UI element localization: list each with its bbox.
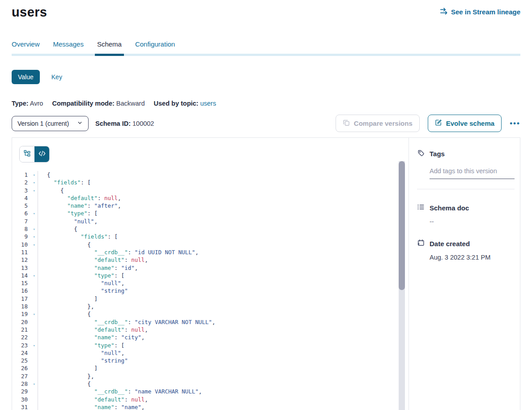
type-label: Type: bbox=[12, 100, 29, 107]
edit-icon bbox=[435, 119, 442, 128]
schema-sidebar: Tags Schema doc -- bbox=[409, 138, 520, 410]
line-number: 1▾ bbox=[12, 171, 38, 179]
tab-schema[interactable]: Schema bbox=[97, 40, 122, 54]
code-line: 23▾"type": [ bbox=[12, 342, 409, 349]
code-line: 26] bbox=[12, 364, 409, 372]
code-line: 19▾{ bbox=[12, 310, 409, 318]
code-line-text: "string" bbox=[38, 287, 128, 295]
code-line-text: "string" bbox=[38, 357, 128, 364]
schema-panel: 1▾{2▾"fields": [3▾{4"default": null,5"na… bbox=[12, 137, 520, 410]
editor-scrollbar-track[interactable] bbox=[399, 161, 405, 410]
code-line-text: "default": null, bbox=[38, 194, 121, 202]
code-line: 12"default": null, bbox=[12, 256, 409, 264]
fold-toggle-icon[interactable]: ▾ bbox=[33, 187, 35, 195]
line-number: 9▾ bbox=[12, 233, 38, 240]
code-line-text: ] bbox=[38, 364, 98, 372]
version-select[interactable]: Version 1 (current) bbox=[12, 116, 89, 131]
compatibility-value: Backward bbox=[116, 100, 145, 107]
add-tags-input[interactable] bbox=[430, 167, 515, 179]
evolve-schema-button[interactable]: Evolve schema bbox=[428, 115, 502, 132]
chevron-down-icon bbox=[77, 120, 83, 127]
code-line-text: "type": [ bbox=[38, 209, 98, 217]
fold-toggle-icon[interactable]: ▾ bbox=[33, 311, 35, 318]
fold-toggle-icon[interactable]: ▾ bbox=[33, 380, 35, 388]
code-line-text: "name": "city", bbox=[38, 333, 145, 341]
code-line-text: }, bbox=[38, 303, 94, 310]
view-mode-toggle bbox=[19, 146, 50, 162]
tab-messages[interactable]: Messages bbox=[53, 40, 84, 54]
code-view-icon bbox=[38, 150, 46, 158]
tab-bar: Overview Messages Schema Configuration bbox=[12, 40, 520, 56]
code-line: 22"name": "city", bbox=[12, 333, 409, 341]
tab-configuration[interactable]: Configuration bbox=[135, 40, 175, 54]
code-line-text: "default": null, bbox=[38, 256, 148, 264]
tree-view-button[interactable] bbox=[20, 146, 34, 162]
code-line-text: "null", bbox=[38, 279, 124, 287]
code-view-button[interactable] bbox=[34, 146, 49, 162]
code-line-text: "null", bbox=[38, 349, 124, 357]
line-number: 14▾ bbox=[12, 272, 38, 279]
line-number: 16 bbox=[12, 287, 38, 295]
line-number: 10▾ bbox=[12, 241, 38, 248]
line-number: 31 bbox=[12, 403, 38, 410]
line-number: 26 bbox=[12, 364, 38, 372]
versions-copy-icon bbox=[343, 119, 350, 128]
code-line: 4"default": null, bbox=[12, 194, 409, 202]
line-number: 30 bbox=[12, 396, 38, 403]
schema-code-editor[interactable]: 1▾{2▾"fields": [3▾{4"default": null,5"na… bbox=[12, 171, 409, 410]
code-line: 21"default": null, bbox=[12, 326, 409, 333]
code-line: 18}, bbox=[12, 303, 409, 310]
compare-versions-button[interactable]: Compare versions bbox=[336, 115, 420, 132]
page-header: users See in Stream lineage bbox=[12, 0, 520, 20]
schema-doc-value: -- bbox=[430, 218, 515, 225]
schema-doc-section: Schema doc -- bbox=[417, 203, 515, 225]
fold-toggle-icon[interactable]: ▾ bbox=[33, 241, 35, 249]
calendar-plus-icon bbox=[417, 239, 425, 248]
line-number: 12 bbox=[12, 256, 38, 264]
code-line: 11"__crdb__": "id UUID NOT NULL", bbox=[12, 248, 409, 256]
line-number: 6▾ bbox=[12, 209, 38, 217]
line-number: 2▾ bbox=[12, 179, 38, 186]
date-created-value: Aug. 3 2022 3:21 PM bbox=[430, 254, 515, 261]
used-by-topic-label: Used by topic: bbox=[154, 100, 199, 107]
fold-toggle-icon[interactable]: ▾ bbox=[33, 233, 35, 241]
doc-list-icon bbox=[417, 203, 425, 212]
fold-toggle-icon[interactable]: ▾ bbox=[33, 179, 35, 187]
code-line: 10▾{ bbox=[12, 241, 409, 248]
code-line-text: "fields": [ bbox=[38, 179, 91, 186]
line-number: 20 bbox=[12, 318, 38, 326]
code-line: 16"string" bbox=[12, 287, 409, 295]
code-line: 13"name": "id", bbox=[12, 264, 409, 272]
value-key-toggle: Value Key bbox=[12, 70, 520, 84]
key-toggle-button[interactable]: Key bbox=[51, 73, 62, 81]
line-number: 21 bbox=[12, 326, 38, 333]
line-number: 24 bbox=[12, 349, 38, 357]
tab-overview[interactable]: Overview bbox=[12, 40, 40, 54]
code-line: 2▾"fields": [ bbox=[12, 179, 409, 186]
more-options-button[interactable]: ••• bbox=[510, 119, 520, 128]
fold-toggle-icon[interactable]: ▾ bbox=[33, 171, 35, 179]
tags-heading: Tags bbox=[430, 150, 445, 158]
code-line-text: "type": [ bbox=[38, 272, 124, 279]
topic-link[interactable]: users bbox=[200, 100, 216, 107]
code-line: 27}, bbox=[12, 372, 409, 380]
line-number: 8▾ bbox=[12, 225, 38, 233]
compatibility-label: Compatibility mode: bbox=[52, 100, 114, 107]
tag-icon bbox=[417, 149, 425, 158]
schema-doc-heading: Schema doc bbox=[430, 204, 469, 212]
version-bar: Version 1 (current) Schema ID: 100002 Co… bbox=[12, 115, 520, 132]
fold-toggle-icon[interactable]: ▾ bbox=[33, 272, 35, 280]
editor-scrollbar-thumb[interactable] bbox=[399, 161, 405, 290]
fold-toggle-icon[interactable]: ▾ bbox=[33, 210, 35, 218]
fold-toggle-icon[interactable]: ▾ bbox=[33, 226, 35, 233]
code-line-text: "type": [ bbox=[38, 342, 124, 349]
date-created-section: Date created Aug. 3 2022 3:21 PM bbox=[417, 239, 515, 261]
value-toggle-button[interactable]: Value bbox=[12, 70, 40, 84]
line-number: 23▾ bbox=[12, 342, 38, 349]
fold-toggle-icon[interactable]: ▾ bbox=[33, 342, 35, 350]
code-line-text: "default": null, bbox=[38, 326, 148, 333]
code-line-text: "null", bbox=[38, 218, 98, 225]
tags-heading-row: Tags bbox=[417, 149, 515, 158]
see-in-stream-lineage-link[interactable]: See in Stream lineage bbox=[440, 8, 520, 16]
code-line: 6▾"type": [ bbox=[12, 209, 409, 217]
